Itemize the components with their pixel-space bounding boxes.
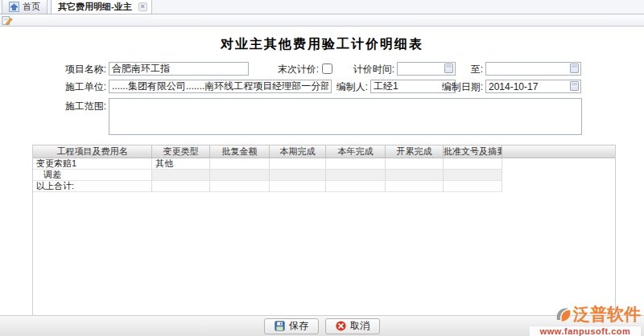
- page-title: 对业主其他费用验工计价明细表: [0, 36, 644, 53]
- cell: 调差: [33, 170, 152, 181]
- cell: [210, 181, 270, 192]
- cell: 其他: [152, 158, 210, 170]
- col-header[interactable]: 批准文号及摘要: [444, 145, 502, 158]
- col-header[interactable]: 本年完成: [326, 145, 386, 158]
- cancel-icon: [336, 321, 346, 331]
- cell-filler: [502, 170, 615, 181]
- scope-label: 施工范围:: [29, 99, 106, 113]
- compiler-label: 编制人:: [326, 80, 368, 94]
- cell-filler: [502, 181, 615, 192]
- form-panel: 对业主其他费用验工计价明细表 项目名称: 末次计价: 计价时间: 至: 施工单位…: [0, 27, 644, 315]
- toolbar: [0, 14, 644, 27]
- cell: [386, 181, 444, 192]
- cell: [270, 181, 326, 192]
- col-header[interactable]: 开累完成: [386, 145, 444, 158]
- cell: [444, 158, 502, 170]
- tab-home-label: 首页: [23, 1, 40, 13]
- cell: 以上合计:: [33, 181, 152, 192]
- home-icon: [9, 2, 19, 12]
- col-header[interactable]: 工程项目及费用名: [33, 145, 152, 158]
- table-row[interactable]: 以上合计:: [33, 181, 615, 192]
- cancel-button-label: 取消: [350, 319, 369, 333]
- construction-unit-label: 施工单位:: [29, 80, 106, 94]
- fanpu-logo-icon: [554, 305, 572, 323]
- cell: [152, 181, 210, 192]
- cell: [386, 158, 444, 170]
- tab-home[interactable]: 首页: [2, 0, 47, 14]
- cell: 变更索赔1: [33, 158, 152, 170]
- last-pricing-label: 末次计价:: [242, 62, 319, 76]
- col-header[interactable]: 本期完成: [270, 145, 326, 158]
- close-tab-icon[interactable]: ×: [138, 2, 147, 11]
- compile-date-input[interactable]: [485, 80, 581, 93]
- vendor-brand-text: 泛普软件: [573, 303, 641, 326]
- save-button-label: 保存: [289, 319, 308, 333]
- edit-icon[interactable]: [2, 15, 13, 26]
- tab-other-fee-detail-label: 其它费用明细-业主: [58, 1, 132, 13]
- project-name-input[interactable]: [109, 62, 249, 76]
- table-header-row: 工程项目及费用名 变更类型 批复金额 本期完成 本年完成 开累完成 批准文号及摘…: [33, 145, 615, 158]
- col-header[interactable]: 批复金额: [210, 145, 270, 158]
- cell: [152, 170, 210, 181]
- save-button[interactable]: 保存: [264, 318, 319, 334]
- last-pricing-checkbox[interactable]: [322, 64, 332, 74]
- compile-date-label: 编制日期:: [430, 80, 483, 94]
- cell: [386, 170, 444, 181]
- calendar-icon[interactable]: [570, 81, 579, 91]
- tab-bar: 首页 其它费用明细-业主 ×: [0, 0, 644, 14]
- cell: [444, 170, 502, 181]
- cell: [326, 158, 386, 170]
- cell: [326, 170, 386, 181]
- cell-filler: [502, 158, 615, 170]
- to-label: 至:: [451, 62, 483, 76]
- cancel-button[interactable]: 取消: [325, 318, 380, 334]
- vendor-url-text: www.fanpusoft.com: [530, 326, 641, 336]
- app-window: 首页 其它费用明细-业主 × 对业主其他费用验工计价明细表 项目名称: 末次计价…: [0, 0, 644, 336]
- table-row[interactable]: 调差: [33, 170, 615, 181]
- save-icon: [275, 321, 285, 331]
- scope-textarea[interactable]: [109, 98, 582, 135]
- construction-unit-input[interactable]: [109, 80, 332, 93]
- cell: [210, 170, 270, 181]
- pricing-time-label: 计价时间:: [338, 62, 394, 76]
- cell: [210, 158, 270, 170]
- table-row[interactable]: 变更索赔1 其他: [33, 158, 615, 170]
- cell: [270, 170, 326, 181]
- to-date-input[interactable]: [485, 62, 581, 76]
- vendor-watermark: 泛普软件 www.fanpusoft.com: [530, 303, 641, 336]
- col-header-filler: [502, 145, 615, 158]
- cell: [444, 181, 502, 192]
- calendar-icon[interactable]: [570, 64, 579, 73]
- tab-other-fee-detail[interactable]: 其它费用明细-业主 ×: [51, 0, 152, 14]
- cell: [326, 181, 386, 192]
- cell: [270, 158, 326, 170]
- detail-table: 工程项目及费用名 变更类型 批复金额 本期完成 本年完成 开累完成 批准文号及摘…: [32, 145, 616, 315]
- col-header[interactable]: 变更类型: [152, 145, 210, 158]
- project-name-label: 项目名称:: [29, 62, 106, 76]
